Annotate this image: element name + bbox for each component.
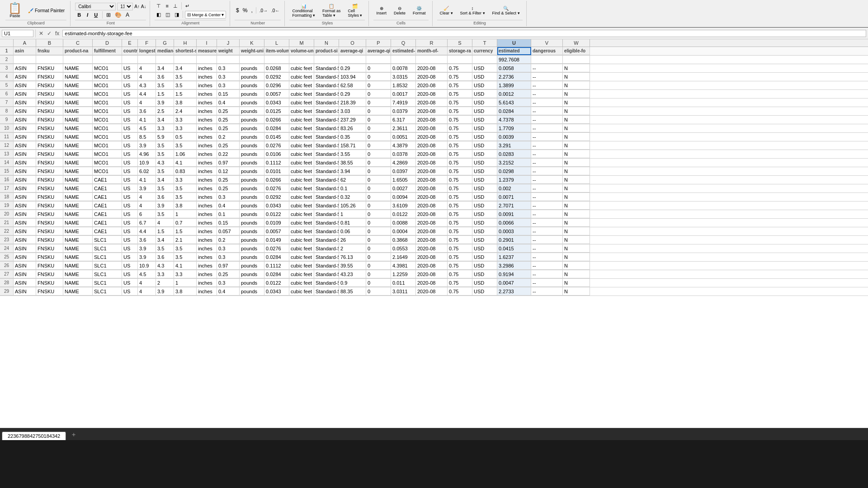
header-cell-A[interactable]: asin bbox=[14, 47, 36, 55]
col-header-T[interactable]: T bbox=[472, 39, 497, 47]
col-header-L[interactable]: L bbox=[264, 39, 289, 47]
row-9-cell-M[interactable]: cubic feet bbox=[289, 116, 314, 124]
row-5-cell-K[interactable]: pounds bbox=[240, 81, 264, 89]
row-20-num[interactable]: 20 bbox=[0, 210, 14, 218]
row-17-cell-O[interactable]: 0.1 bbox=[339, 184, 366, 192]
row-6-cell-H[interactable]: 1.5 bbox=[174, 90, 197, 98]
font-color-button[interactable]: A bbox=[124, 11, 131, 19]
row-9-cell-B[interactable]: FNSKU bbox=[36, 116, 63, 124]
row-10-cell-C[interactable]: NAME bbox=[63, 124, 93, 132]
row-21-cell-E[interactable]: US bbox=[122, 219, 138, 227]
row-21-cell-J[interactable]: 0.15 bbox=[217, 219, 240, 227]
row-2-cell-E[interactable] bbox=[122, 56, 138, 64]
row-16-cell-S[interactable]: 0.75 bbox=[448, 176, 472, 184]
row-20-cell-I[interactable]: inches bbox=[197, 210, 217, 218]
row-4-cell-L[interactable]: 0.0292 bbox=[264, 73, 289, 81]
row-16-cell-V[interactable]: -- bbox=[531, 176, 563, 184]
row-13-cell-T[interactable]: USD bbox=[472, 150, 497, 158]
row-12-cell-P[interactable]: 0 bbox=[366, 141, 391, 150]
row-8-cell-A[interactable]: ASIN bbox=[14, 107, 36, 115]
row-27-cell-E[interactable]: US bbox=[122, 270, 138, 278]
row-19-cell-K[interactable]: pounds bbox=[240, 202, 264, 210]
row-15-cell-J[interactable]: 0.12 bbox=[217, 167, 240, 175]
row-16-cell-W[interactable]: N bbox=[563, 176, 590, 184]
row-5-cell-A[interactable]: ASIN bbox=[14, 81, 36, 89]
row-2-cell-J[interactable] bbox=[217, 56, 240, 64]
row-8-cell-Q[interactable]: 0.0379 bbox=[391, 107, 416, 115]
row-23-cell-I[interactable]: inches bbox=[197, 236, 217, 244]
sort-filter-button[interactable]: ↕️ Sort & Filter ▾ bbox=[458, 5, 488, 16]
row-5-cell-E[interactable]: US bbox=[122, 81, 138, 89]
row-16-cell-G[interactable]: 3.4 bbox=[156, 176, 174, 184]
row-15-cell-U[interactable]: 0.0298 bbox=[497, 167, 531, 175]
row-25-cell-G[interactable]: 3.6 bbox=[156, 253, 174, 261]
row-7-cell-N[interactable]: Standard-S bbox=[314, 99, 339, 107]
row-7-cell-V[interactable]: -- bbox=[531, 99, 563, 107]
row-4-cell-H[interactable]: 3.5 bbox=[174, 73, 197, 81]
row-22-cell-J[interactable]: 0.057 bbox=[217, 227, 240, 235]
row-5-cell-O[interactable]: 62.58 bbox=[339, 81, 366, 89]
row-7-cell-L[interactable]: 0.0343 bbox=[264, 99, 289, 107]
row-25-cell-V[interactable]: -- bbox=[531, 253, 563, 261]
row-9-cell-C[interactable]: NAME bbox=[63, 116, 93, 124]
row-12-num[interactable]: 12 bbox=[0, 141, 14, 150]
row-16-cell-C[interactable]: NAME bbox=[63, 176, 93, 184]
row-5-cell-L[interactable]: 0.0296 bbox=[264, 81, 289, 89]
row-26-cell-B[interactable]: FNSKU bbox=[36, 262, 63, 270]
row-13-cell-H[interactable]: 1.06 bbox=[174, 150, 197, 158]
row-12-cell-T[interactable]: USD bbox=[472, 141, 497, 150]
row-10-cell-L[interactable]: 0.0284 bbox=[264, 124, 289, 132]
row-3-cell-D[interactable]: MCO1 bbox=[93, 64, 122, 72]
row-29-cell-W[interactable]: N bbox=[563, 287, 590, 296]
row-4-cell-B[interactable]: FNSKU bbox=[36, 73, 63, 81]
row-15-cell-R[interactable]: 2020-08 bbox=[416, 167, 448, 175]
row-23-cell-D[interactable]: SLC1 bbox=[93, 236, 122, 244]
row-12-cell-K[interactable]: pounds bbox=[240, 141, 264, 150]
row-4-cell-F[interactable]: 4 bbox=[138, 73, 156, 81]
row-11-cell-C[interactable]: NAME bbox=[63, 133, 93, 141]
row-20-cell-F[interactable]: 6 bbox=[138, 210, 156, 218]
row-18-cell-I[interactable]: inches bbox=[197, 193, 217, 201]
row-10-cell-D[interactable]: MCO1 bbox=[93, 124, 122, 132]
row-18-cell-U[interactable]: 0.0071 bbox=[497, 193, 531, 201]
row-8-num[interactable]: 8 bbox=[0, 107, 14, 115]
row-6-cell-L[interactable]: 0.0057 bbox=[264, 90, 289, 98]
row-7-cell-F[interactable]: 4 bbox=[138, 99, 156, 107]
row-16-cell-J[interactable]: 0.25 bbox=[217, 176, 240, 184]
row-25-cell-A[interactable]: ASIN bbox=[14, 253, 36, 261]
row-15-cell-V[interactable]: -- bbox=[531, 167, 563, 175]
row-27-cell-C[interactable]: NAME bbox=[63, 270, 93, 278]
row-24-cell-B[interactable]: FNSKU bbox=[36, 244, 63, 253]
row-25-cell-M[interactable]: cubic feet bbox=[289, 253, 314, 261]
header-cell-U[interactable]: estimated bbox=[497, 47, 531, 55]
col-header-J[interactable]: J bbox=[217, 39, 240, 47]
row-29-cell-N[interactable]: Standard-S bbox=[314, 287, 339, 296]
row-22-cell-R[interactable]: 2020-08 bbox=[416, 227, 448, 235]
row-17-cell-H[interactable]: 3.5 bbox=[174, 184, 197, 192]
row-5-cell-H[interactable]: 3.5 bbox=[174, 81, 197, 89]
col-header-O[interactable]: O bbox=[339, 39, 366, 47]
header-cell-B[interactable]: fnsku bbox=[36, 47, 63, 55]
row-29-cell-O[interactable]: 88.35 bbox=[339, 287, 366, 296]
row-14-cell-O[interactable]: 38.55 bbox=[339, 159, 366, 167]
row-24-cell-F[interactable]: 3.9 bbox=[138, 244, 156, 253]
row-9-cell-H[interactable]: 3.3 bbox=[174, 116, 197, 124]
row-27-num[interactable]: 27 bbox=[0, 270, 14, 278]
row-29-cell-E[interactable]: US bbox=[122, 287, 138, 296]
row-7-cell-C[interactable]: NAME bbox=[63, 99, 93, 107]
row-22-cell-Q[interactable]: 0.0004 bbox=[391, 227, 416, 235]
row-2-cell-Q[interactable] bbox=[391, 56, 416, 64]
row-20-cell-C[interactable]: NAME bbox=[63, 210, 93, 218]
col-header-H[interactable]: H bbox=[174, 39, 197, 47]
row-28-cell-H[interactable]: 1 bbox=[174, 279, 197, 287]
row-25-cell-L[interactable]: 0.0284 bbox=[264, 253, 289, 261]
col-header-N[interactable]: N bbox=[314, 39, 339, 47]
row-2-cell-A[interactable] bbox=[14, 56, 36, 64]
row-25-cell-J[interactable]: 0.3 bbox=[217, 253, 240, 261]
col-header-G[interactable]: G bbox=[156, 39, 174, 47]
row-29-cell-P[interactable]: 0 bbox=[366, 287, 391, 296]
row-21-cell-L[interactable]: 0.0109 bbox=[264, 219, 289, 227]
row-7-cell-K[interactable]: pounds bbox=[240, 99, 264, 107]
row-19-cell-R[interactable]: 2020-08 bbox=[416, 202, 448, 210]
row-6-cell-F[interactable]: 4.4 bbox=[138, 90, 156, 98]
